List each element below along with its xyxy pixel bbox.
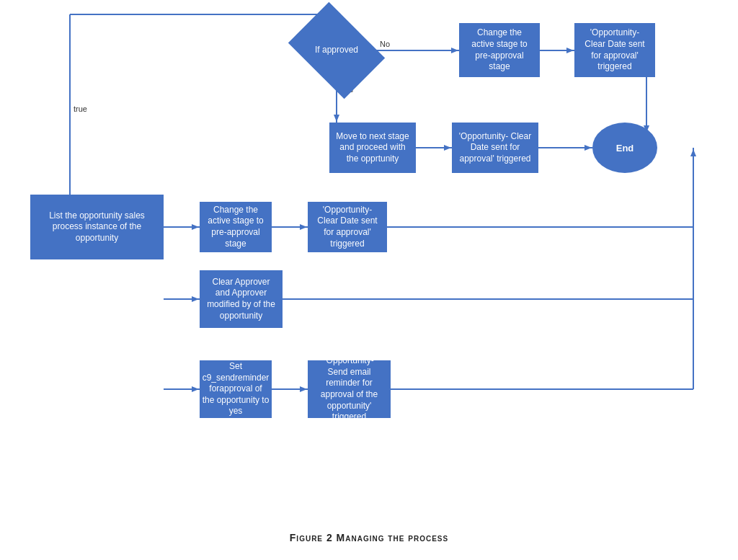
svg-marker-21 bbox=[566, 48, 574, 53]
clear-date-yes-box: 'Opportunity- Clear Date sent for approv… bbox=[452, 123, 538, 173]
svg-marker-13 bbox=[300, 386, 307, 392]
clear-approver-box: Clear Approver and Approver modified by … bbox=[200, 270, 283, 328]
svg-marker-3 bbox=[192, 224, 199, 230]
send-email-box: 'Opportunity- Send email reminder for ap… bbox=[308, 360, 391, 418]
move-next-box: Move to next stage and proceed with the … bbox=[329, 123, 416, 173]
svg-marker-17 bbox=[690, 149, 696, 156]
if-approved-diamond: If approved bbox=[297, 22, 376, 79]
svg-marker-19 bbox=[451, 48, 458, 53]
end-ellipse: End bbox=[592, 123, 657, 173]
arrows-svg bbox=[16, 7, 722, 526]
label-true: true bbox=[74, 105, 87, 113]
set-c9-box: Set c9_sendreminder forapproval of the o… bbox=[200, 360, 272, 418]
svg-marker-5 bbox=[300, 224, 307, 230]
svg-marker-11 bbox=[192, 386, 199, 392]
clear-date-mid-box: 'Opportunity- Clear Date sent for approv… bbox=[308, 202, 387, 252]
label-no: No bbox=[380, 40, 390, 48]
svg-marker-25 bbox=[334, 115, 339, 122]
clear-date-top-box: 'Opportunity- Clear Date sent for approv… bbox=[574, 23, 655, 77]
diagram: true No Yes If approved Change the activ… bbox=[16, 7, 722, 526]
svg-marker-8 bbox=[192, 296, 199, 302]
svg-marker-29 bbox=[584, 145, 592, 151]
figure-caption: Figure 2 Managing the process bbox=[290, 532, 448, 543]
list-opportunity-box: List the opportunity sales process insta… bbox=[30, 195, 164, 259]
svg-marker-27 bbox=[444, 145, 451, 151]
change-stage-top-box: Change the active stage to pre-approval … bbox=[459, 23, 540, 77]
change-stage-mid-box: Change the active stage to pre-approval … bbox=[200, 202, 272, 252]
